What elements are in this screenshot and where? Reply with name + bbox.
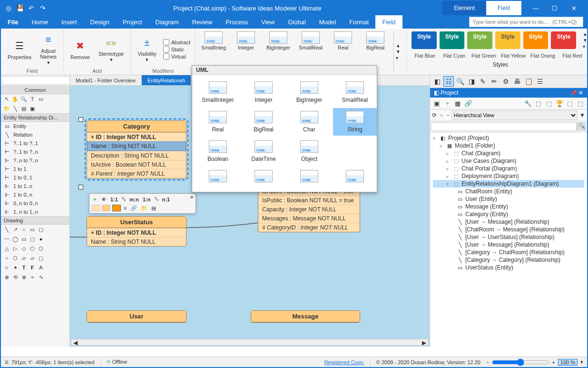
menu-search-input[interactable]	[469, 17, 583, 27]
uml-more-3[interactable]	[287, 167, 331, 188]
uml-biginteger[interactable]: BigInteger	[287, 79, 331, 106]
uml-more-1[interactable]	[196, 167, 240, 188]
menu-view[interactable]: View	[255, 15, 281, 29]
menu-design[interactable]: Design	[84, 15, 116, 29]
zoom-dropdown-icon[interactable]: ▾	[580, 359, 583, 365]
line-tool-icon[interactable]: ╲	[11, 105, 19, 112]
tree-erd-selected[interactable]: ▿⬚EntityRelationshipDiagram1 (Diagram)	[433, 180, 584, 188]
undo-icon[interactable]: ↶	[28, 4, 35, 12]
zoom-slider[interactable]	[492, 358, 549, 366]
color-swatch-3[interactable]	[112, 205, 121, 211]
t-icon-4[interactable]: 🏆	[555, 99, 564, 108]
menu-file[interactable]: File	[1, 15, 25, 29]
visibility-button[interactable]: ± Visibility▾	[136, 35, 158, 64]
icon-9[interactable]: 📋	[523, 76, 534, 87]
tool-rel-3[interactable]: ⊩?..n to ?..n	[1, 156, 69, 165]
add-icon[interactable]: ＋	[442, 99, 452, 108]
tree-relationship[interactable]: ╲[User → Message] (Relationship)	[433, 218, 584, 226]
icon-1[interactable]: ◧	[432, 76, 442, 87]
close-button[interactable]: ✕	[564, 1, 583, 15]
tree-model[interactable]: ▿▦Model1 (Folder)	[433, 142, 584, 149]
style-flat-green[interactable]: Style	[467, 31, 492, 49]
rel-0-n[interactable]: ⁰ₙ	[154, 196, 159, 202]
uml-datetime[interactable]: DateTime	[242, 138, 285, 165]
tool-relation[interactable]: ╲Relation	[1, 130, 69, 139]
tool-rel-9[interactable]: ⊩1..n to 1..n	[1, 208, 69, 216]
gallery-expand-icon[interactable]: ▾	[396, 55, 401, 60]
tool-rel-4[interactable]: ⊢1 to 1	[1, 165, 69, 173]
doc-tab-erd[interactable]: EntityRelationsh	[142, 75, 192, 85]
entity-chatroom-partial[interactable]: IsActive : Boolean NOT NULL = true IsPub…	[258, 187, 360, 232]
tool-rel-2[interactable]: ⊢?..1 to ?..n	[1, 148, 69, 156]
tree-diagram[interactable]: ▹⬚Use Cases (Diagram)	[433, 157, 584, 165]
entity-user[interactable]: User	[87, 310, 186, 323]
note-icon[interactable]: ▦	[453, 99, 462, 108]
uml-integer[interactable]: Integer	[242, 79, 285, 106]
tree-diagram[interactable]: ▹⬚Chat (Diagram)	[433, 149, 584, 157]
pointer-tool-icon[interactable]: ↖	[3, 95, 10, 103]
uml-boolean[interactable]: Boolean	[196, 138, 240, 165]
abstract-checkbox[interactable]: Abstract	[163, 39, 190, 45]
hand-tool-icon[interactable]: ✋	[11, 95, 19, 103]
add-item-icon[interactable]: ＋	[439, 111, 444, 119]
tree-relationship[interactable]: ╲[User → UserStatus] (Relationship)	[433, 233, 584, 241]
icon-10[interactable]: ☰	[535, 76, 545, 87]
rel-m-n[interactable]: m:n	[128, 197, 140, 202]
tree-entity[interactable]: ▭Category (Entity)	[433, 210, 584, 218]
toolbox-search-input[interactable]	[2, 76, 70, 85]
color-swatch-1[interactable]	[91, 205, 100, 211]
tool-rel-6[interactable]: ⊩1 to 1..n	[1, 182, 69, 190]
folder-icon[interactable]: 📁	[140, 205, 148, 211]
uml-bigreal[interactable]: BigReal	[242, 108, 285, 136]
tool-rel-7[interactable]: ⊩1 to 0..n	[1, 190, 69, 199]
tree-entity[interactable]: ▭Message (Entity)	[433, 203, 584, 210]
icon-5[interactable]: ✎	[478, 76, 488, 87]
rel-1-1[interactable]: 1:1	[109, 197, 119, 202]
entity-userstatus[interactable]: UserStatus + ID : Integer NOT NULL Name …	[87, 216, 186, 247]
zoom-value[interactable]: 100 %	[558, 359, 578, 366]
color-swatch-2[interactable]	[102, 205, 110, 211]
horizontal-scrollbar[interactable]: ◀▶	[71, 339, 429, 346]
style-expand-icon[interactable]: ▾	[583, 44, 588, 49]
add-button[interactable]: ＋	[91, 196, 98, 203]
visibility-toggle-icon[interactable]: 👁	[100, 197, 108, 202]
uml-string-selected[interactable]: String	[333, 108, 377, 136]
icon-3[interactable]: 🔍	[455, 76, 465, 87]
tree-relationship[interactable]: ╲[User → Message] (Relationship)	[433, 241, 584, 249]
align-icon[interactable]: ≡	[123, 205, 127, 211]
zoom-tool-icon[interactable]: 🔍	[20, 95, 28, 103]
menu-process[interactable]: Process	[219, 15, 255, 29]
virtual-checkbox[interactable]: Virtual	[163, 53, 190, 60]
view-mode-select[interactable]: Hierarchical View	[451, 110, 578, 120]
menu-global[interactable]: Global	[281, 15, 313, 29]
rel-1-n[interactable]: 1:n	[142, 197, 152, 202]
tree-relationship[interactable]: ╲[Category → ChatRoom] (Relationship)	[433, 249, 584, 256]
new-icon[interactable]: ▣	[432, 99, 441, 108]
style-down-icon[interactable]: ▼	[583, 38, 588, 43]
link-icon[interactable]: 🔗	[463, 99, 473, 108]
static-checkbox[interactable]: Static	[163, 46, 190, 52]
style-up-icon[interactable]: ▲	[583, 31, 588, 37]
panel-close-icon[interactable]: ✕	[578, 90, 583, 96]
minimize-button[interactable]: —	[526, 1, 545, 15]
registered-copy-link[interactable]: Registered Copy.	[324, 359, 364, 365]
menu-home[interactable]: Home	[25, 15, 55, 29]
text-tool-icon[interactable]: T	[29, 95, 36, 103]
filter-icon[interactable]: ▼	[579, 112, 585, 119]
menu-field[interactable]: Field	[375, 15, 402, 29]
stereotype-button[interactable]: «» Stereotype▾	[97, 35, 126, 64]
properties-button[interactable]: ☰ Properties	[6, 38, 33, 61]
adjust-names-button[interactable]: ≡ AdjustNames ▾	[38, 32, 59, 67]
zoom-in-icon[interactable]: +	[552, 359, 555, 365]
remove-button[interactable]: ✖ Remove	[69, 38, 92, 61]
t-icon-2[interactable]: ⬚	[534, 99, 543, 108]
menu-diagram[interactable]: Diagram	[149, 15, 186, 29]
tool-entity[interactable]: ▭Entity	[1, 122, 69, 130]
gallery-down-icon[interactable]: ▼	[396, 49, 401, 54]
style-flat-red[interactable]: Style	[551, 31, 576, 49]
t-icon-6[interactable]: ⬚	[576, 99, 585, 108]
style-flat-blue[interactable]: Style	[412, 31, 437, 49]
gallery-up-icon[interactable]: ▲	[396, 43, 401, 48]
field-name-selected[interactable]: Name : String NOT NULL	[87, 141, 186, 151]
search-icon[interactable]: 🔍	[577, 122, 586, 131]
